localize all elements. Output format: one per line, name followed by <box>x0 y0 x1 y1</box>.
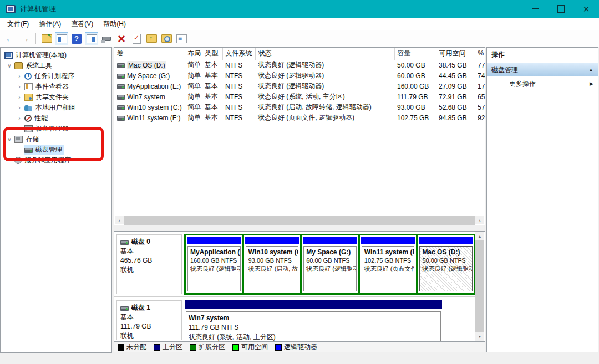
tree-item[interactable]: 计算机管理(本地) <box>1 50 111 60</box>
tree-item[interactable]: › 任务计划程序 <box>1 71 111 81</box>
tree-item-label: 本地用户和组 <box>35 103 75 112</box>
maximize-button[interactable] <box>548 0 573 18</box>
column-header[interactable]: 布局 <box>185 48 202 60</box>
scroll-up-icon[interactable]: ▲ <box>478 232 482 240</box>
legend-color-swatch <box>154 344 160 351</box>
scrollbar-thumb[interactable] <box>475 240 484 332</box>
partition[interactable]: MyApplication (E:) 160.00 GB NTFS 状态良好 (… <box>186 235 242 293</box>
vertical-scrollbar[interactable]: ▲ ▼ <box>475 232 484 341</box>
partition-legend: 未分配 主分区 扩展分区 可用空间 逻辑驱动器 <box>114 342 485 352</box>
disk-status: 联机 <box>120 331 178 341</box>
tree-expander-icon[interactable]: ∨ <box>5 63 14 69</box>
disk-management-section-bar[interactable]: 磁盘管理 ▲ <box>487 63 598 76</box>
volume-free-space: 94.85 GB <box>436 112 475 123</box>
partition-status: 状态良好 (逻辑驱动器) <box>306 265 354 273</box>
toolbar-icon[interactable] <box>55 32 68 45</box>
tree-item[interactable]: › 性能 <box>1 113 111 124</box>
toolbar-icon[interactable] <box>35 33 36 44</box>
menu-item[interactable]: 操作(A) <box>34 18 66 30</box>
tree-item[interactable]: ∨ 存储 <box>1 134 111 145</box>
column-header[interactable]: 容量 <box>394 48 436 60</box>
tree-expander-icon[interactable]: › <box>15 84 24 90</box>
volume-row[interactable]: Win11 system (F:) 简单 基本 NTFS 状态良好 (页面文件,… <box>114 112 485 123</box>
more-actions-item[interactable]: 更多操作 ▶ <box>487 76 598 91</box>
volume-icon <box>117 84 125 89</box>
volume-row[interactable]: MyApplication (E:) 简单 基本 NTFS 状态良好 (逻辑驱动… <box>114 81 485 91</box>
close-button[interactable]: × <box>573 0 599 18</box>
menu-item[interactable]: 查看(V) <box>66 18 98 30</box>
toolbar-icon[interactable] <box>145 32 158 45</box>
tree-item[interactable]: 服务和应用程序 <box>1 155 111 166</box>
volume-row[interactable]: Mac OS (D:) 简单 基本 NTFS 状态良好 (逻辑驱动器) 50.0… <box>114 60 485 70</box>
volume-layout: 简单 <box>185 60 202 70</box>
volume-free-percent: 92 <box>475 112 485 123</box>
tree-item[interactable]: 设备管理器 <box>1 124 111 134</box>
partition[interactable]: Win10 system (C:) 93.00 GB NTFS 状态良好 (启动… <box>244 235 301 293</box>
tree-expander-icon[interactable]: › <box>15 105 24 111</box>
toolbar-icon[interactable] <box>85 32 98 45</box>
column-header[interactable]: 卷 <box>114 48 185 60</box>
partition[interactable]: Win11 system (F:) 102.75 GB NTFS 状态良好 (页… <box>360 235 417 293</box>
volume-name: Mac OS (D:) <box>127 61 166 69</box>
partition[interactable]: Win7 system 111.79 GB NTFS 状态良好 (系统, 活动,… <box>184 299 443 342</box>
toolbar-icon[interactable] <box>100 32 113 45</box>
actions-header: 操作 <box>487 48 598 61</box>
titlebar: 计算机管理 × <box>0 0 599 18</box>
volume-type: 基本 <box>202 70 222 81</box>
partition-stripe <box>303 237 357 244</box>
tree-expander-icon[interactable]: ∨ <box>5 136 14 142</box>
tree-expander-icon[interactable]: › <box>15 94 24 100</box>
tree-item-icon <box>24 73 32 80</box>
collapse-icon[interactable]: ▲ <box>588 67 593 73</box>
tree-item[interactable]: ∨ 系统工具 <box>1 60 111 71</box>
tree-item-label: 磁盘管理 <box>35 145 62 155</box>
partition[interactable]: Mac OS (D:) 50.00 GB NTFS 状态良好 (逻辑驱动器) <box>418 235 474 293</box>
column-header[interactable]: 类型 <box>202 48 222 60</box>
toolbar-icon[interactable] <box>3 32 17 45</box>
tree-item[interactable]: › 共享文件夹 <box>1 92 111 102</box>
disk-icon <box>120 240 129 245</box>
tree-expander-icon[interactable]: › <box>15 115 24 121</box>
partition[interactable]: My Space (G:) 60.00 GB NTFS 状态良好 (逻辑驱动器) <box>302 235 358 293</box>
volume-row[interactable]: Win10 system (C:) 简单 基本 NTFS 状态良好 (启动, 故… <box>114 102 485 112</box>
toolbar-icon[interactable] <box>40 32 53 45</box>
volume-filesystem: NTFS <box>222 102 255 112</box>
scroll-right-icon[interactable]: › <box>475 217 484 224</box>
disk-1-label[interactable]: 磁盘 1 基本 111.79 GB 联机 <box>116 300 182 340</box>
volume-row[interactable]: Win7 system 简单 基本 NTFS 状态良好 (系统, 活动, 主分区… <box>114 91 485 102</box>
toolbar-icon[interactable] <box>72 34 82 44</box>
toolbar-icon[interactable] <box>115 32 128 45</box>
minimize-button[interactable] <box>522 0 548 18</box>
menu-item[interactable]: 文件(F) <box>2 18 34 30</box>
toolbar-icon[interactable] <box>175 32 188 45</box>
disk-0-label[interactable]: 磁盘 0 基本 465.76 GB 联机 <box>116 234 182 294</box>
tree-item[interactable]: 磁盘管理 <box>1 145 111 155</box>
tree-item-icon <box>4 52 13 59</box>
volume-type: 基本 <box>202 91 222 102</box>
partition-status: 状态良好 (逻辑驱动器) <box>190 265 238 273</box>
volume-row[interactable]: My Space (G:) 简单 基本 NTFS 状态良好 (逻辑驱动器) 60… <box>114 70 485 81</box>
column-header[interactable]: % 可用 <box>475 48 485 60</box>
scroll-left-icon[interactable]: ‹ <box>115 217 124 224</box>
app-icon <box>6 5 16 13</box>
column-header[interactable]: 可用空间 <box>436 48 475 60</box>
tree-expander-icon[interactable]: › <box>15 73 24 79</box>
horizontal-scrollbar[interactable]: ‹ › <box>115 216 484 224</box>
scroll-down-icon[interactable]: ▼ <box>478 332 482 341</box>
scrollbar-thumb[interactable] <box>124 216 475 225</box>
tree-item[interactable]: › 事件查看器 <box>1 81 111 92</box>
tree-item-icon <box>14 157 22 164</box>
toolbar-icon[interactable] <box>160 32 173 45</box>
window-title: 计算机管理 <box>20 4 56 14</box>
toolbar-icon[interactable] <box>18 32 32 45</box>
toolbar-icon[interactable] <box>130 32 143 45</box>
volume-capacity: 60.00 GB <box>394 70 436 81</box>
column-header[interactable]: 文件系统 <box>222 48 255 60</box>
disk-status: 联机 <box>120 265 178 275</box>
volume-free-percent: 74 <box>475 70 485 81</box>
tree-item[interactable]: › 本地用户和组 <box>1 102 111 113</box>
disk-size: 465.76 GB <box>120 256 178 265</box>
volume-capacity: 50.00 GB <box>394 60 436 70</box>
column-header[interactable]: 状态 <box>255 48 394 60</box>
menu-item[interactable]: 帮助(H) <box>98 18 131 30</box>
